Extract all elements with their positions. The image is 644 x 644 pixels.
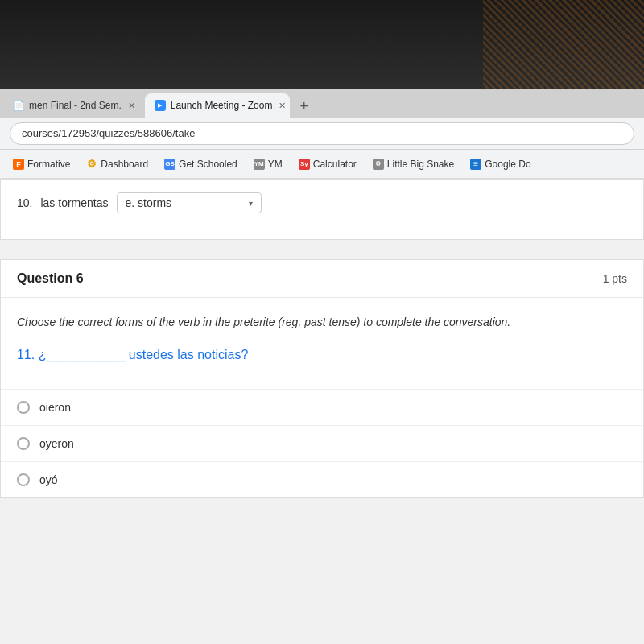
bookmark-formative[interactable]: F Formative xyxy=(6,156,76,172)
browser-chrome: 📄 men Final - 2nd Sem. ✕ Launch Meeting … xyxy=(0,89,644,179)
ym-icon: YM xyxy=(254,159,265,170)
bookmark-ym[interactable]: YM YM xyxy=(247,156,289,172)
prev-question-row: 10. las tormentas e. storms ▾ xyxy=(17,192,627,213)
formative-icon: F xyxy=(13,159,24,170)
radio-oyeron[interactable] xyxy=(17,437,30,450)
bookmark-get-schooled[interactable]: GS Get Schooled xyxy=(158,156,244,172)
get-schooled-icon: GS xyxy=(164,159,175,170)
question-instruction: Choose the correct forms of the verb in … xyxy=(17,314,627,331)
tab-exam[interactable]: 📄 men Final - 2nd Sem. ✕ xyxy=(3,93,145,118)
question-body: Choose the correct forms of the verb in … xyxy=(1,298,643,389)
bookmark-little-big-snake-label: Little Big Snake xyxy=(387,159,454,170)
dark-header-area xyxy=(0,0,644,89)
question-header: Question 6 1 pts xyxy=(1,260,643,298)
bookmark-formative-label: Formative xyxy=(27,159,70,170)
prev-question-block: 10. las tormentas e. storms ▾ xyxy=(0,179,644,240)
option-oyeron-label: oyeron xyxy=(39,437,74,450)
prev-question-text: las tormentas xyxy=(40,196,108,209)
radio-oyo[interactable] xyxy=(17,473,30,486)
bookmark-dashboard[interactable]: ⚙ Dashboard xyxy=(80,156,155,172)
google-docs-icon: ≡ xyxy=(470,159,481,170)
bookmark-ym-label: YM xyxy=(268,159,283,170)
tab-exam-close[interactable]: ✕ xyxy=(128,101,135,111)
bookmark-little-big-snake[interactable]: ⚙ Little Big Snake xyxy=(366,156,460,172)
address-bar xyxy=(0,118,644,150)
new-tab-icon: + xyxy=(299,98,308,115)
question-number-label: 11. xyxy=(17,348,35,361)
bookmarks-bar: F Formative ⚙ Dashboard GS Get Schooled … xyxy=(0,150,644,179)
exam-tab-icon: 📄 xyxy=(13,100,24,111)
prev-question-answer: e. storms xyxy=(126,196,172,209)
bookmark-google-docs[interactable]: ≡ Google Do xyxy=(464,156,537,172)
bookmark-google-docs-label: Google Do xyxy=(485,159,530,170)
bookmark-calculator[interactable]: Sy Calculator xyxy=(292,156,363,172)
bookmark-dashboard-label: Dashboard xyxy=(101,159,148,170)
answer-options: oieron oyeron oyó xyxy=(1,389,643,497)
option-oyo-label: oyó xyxy=(39,473,58,486)
radio-oieron[interactable] xyxy=(17,401,30,414)
zoom-tab-icon xyxy=(155,100,166,111)
answer-option-2[interactable]: oyeron xyxy=(1,425,643,461)
question-body-text: ¿___________ ustedes las noticias? xyxy=(39,348,249,361)
tab-bar: 📄 men Final - 2nd Sem. ✕ Launch Meeting … xyxy=(0,89,644,118)
tab-zoom-label: Launch Meeting - Zoom xyxy=(171,100,273,111)
answer-option-3[interactable]: oyó xyxy=(1,461,643,497)
prev-question-number: 10. xyxy=(17,196,32,209)
bookmark-calculator-label: Calculator xyxy=(313,159,357,170)
tab-exam-label: men Final - 2nd Sem. xyxy=(29,100,122,111)
bookmark-get-schooled-label: Get Schooled xyxy=(179,159,237,170)
question-title: Question 6 xyxy=(17,271,84,286)
calculator-icon: Sy xyxy=(299,159,310,170)
dashboard-icon: ⚙ xyxy=(86,159,97,170)
section-separator xyxy=(0,240,644,259)
tab-zoom[interactable]: Launch Meeting - Zoom ✕ xyxy=(145,93,290,118)
page-content: 10. las tormentas e. storms ▾ Question 6… xyxy=(0,179,644,644)
option-oieron-label: oieron xyxy=(39,401,71,414)
new-tab-button[interactable]: + xyxy=(293,95,316,118)
dropdown-chevron-icon: ▾ xyxy=(249,199,253,208)
tab-zoom-close[interactable]: ✕ xyxy=(279,101,286,111)
question-6-block: Question 6 1 pts Choose the correct form… xyxy=(0,259,644,498)
address-input[interactable] xyxy=(10,122,634,145)
answer-option-1[interactable]: oieron xyxy=(1,389,643,425)
question-text: 11. ¿___________ ustedes las noticias? xyxy=(17,345,627,365)
prev-question-dropdown[interactable]: e. storms ▾ xyxy=(117,192,262,213)
question-pts: 1 pts xyxy=(603,272,627,285)
little-big-snake-icon: ⚙ xyxy=(373,159,384,170)
